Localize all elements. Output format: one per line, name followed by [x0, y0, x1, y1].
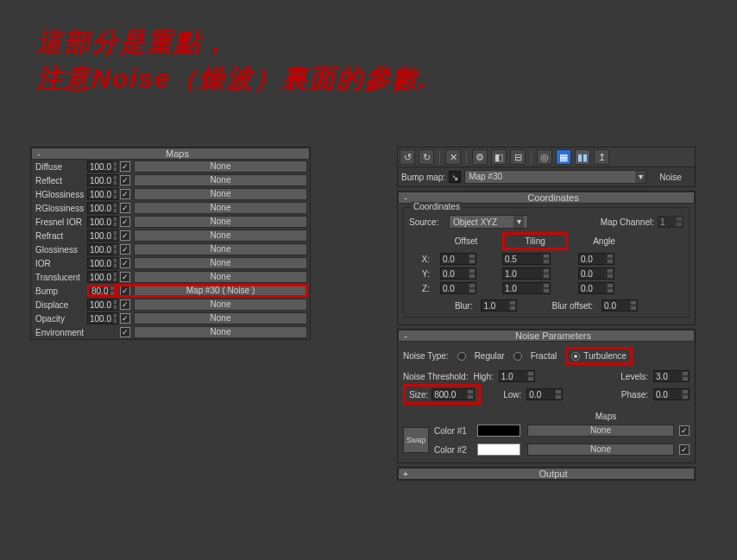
enable-checkbox[interactable]: ✓	[120, 161, 130, 172]
map-slot-button[interactable]: None	[134, 243, 307, 255]
map-channel-spinner[interactable]: 1	[658, 216, 683, 228]
enable-checkbox[interactable]: ✓	[120, 258, 130, 268]
map-slot-button[interactable]: None	[134, 271, 307, 283]
map-slot-button[interactable]: None	[134, 188, 307, 200]
turbulence-radio[interactable]	[571, 352, 580, 361]
rollout-collapse-icon: -	[399, 330, 413, 341]
coordinates-rollout: - Coordinates Coordinates Source: Object…	[397, 191, 696, 325]
amount-spinner[interactable]: 100.0	[87, 312, 118, 324]
map-slot-button[interactable]: Map #30 ( Noise )	[134, 285, 307, 297]
link-icon[interactable]: ◎	[537, 149, 552, 165]
noise-threshold-label: Noise Threshold:	[403, 372, 468, 381]
high-label: High:	[473, 372, 493, 381]
offset-header: Offset	[440, 236, 492, 246]
levels-spinner[interactable]: 3.0	[653, 370, 690, 382]
amount-spinner[interactable]: 100.0	[87, 257, 118, 269]
map-row-fresnel-ior: Fresnel IOR100.0✓None	[31, 215, 310, 229]
amount-spinner[interactable]: 100.0	[87, 243, 118, 255]
x-tiling-spinner[interactable]: 0.5	[502, 253, 551, 265]
z-offset-spinner[interactable]: 0.0	[440, 282, 476, 294]
fractal-radio[interactable]	[513, 352, 522, 361]
map-label: Refract	[34, 231, 85, 241]
color2-map-enable-checkbox[interactable]: ✓	[679, 444, 690, 455]
y-offset-spinner[interactable]: 0.0	[440, 267, 476, 280]
amount-spinner[interactable]: 100.0	[87, 271, 118, 283]
swap-button[interactable]: Swap	[403, 427, 429, 453]
enable-checkbox[interactable]: ✓	[120, 189, 130, 199]
delete-icon[interactable]: ✕	[445, 149, 461, 165]
noise-parameters-header[interactable]: - Noise Parameters	[398, 330, 695, 342]
chevron-down-icon: ▾	[513, 216, 524, 228]
output-rollout: + Output	[397, 467, 696, 481]
map-slot-button[interactable]: None	[134, 299, 307, 311]
color2-swatch[interactable]	[477, 444, 520, 456]
size-spinner[interactable]: 800.0	[431, 388, 475, 400]
map-slot-button[interactable]: None	[134, 326, 307, 338]
z-angle-spinner[interactable]: 0.0	[578, 282, 614, 294]
amount-spinner[interactable]: 100.0	[87, 160, 118, 173]
noise-type-label: Noise Type:	[403, 351, 449, 361]
output-header[interactable]: + Output	[398, 468, 695, 480]
map-row-ior: IOR100.0✓None	[31, 256, 310, 270]
amount-spinner[interactable]: 100.0	[87, 216, 118, 228]
enable-checkbox[interactable]: ✓	[120, 313, 130, 324]
blur-offset-spinner[interactable]: 0.0	[602, 299, 638, 311]
forward-icon[interactable]: ↻	[419, 149, 434, 165]
phase-spinner[interactable]: 0.0	[653, 388, 690, 400]
y-angle-spinner[interactable]: 0.0	[578, 267, 614, 280]
amount-spinner[interactable]: 100.0	[87, 299, 118, 311]
enable-checkbox[interactable]: ✓	[120, 217, 130, 227]
slot-icon[interactable]: ◧	[491, 149, 507, 165]
high-spinner[interactable]: 1.0	[499, 370, 535, 382]
map-slot-button[interactable]: None	[134, 160, 307, 173]
regular-radio[interactable]	[457, 352, 466, 361]
amount-spinner[interactable]: 80.0	[87, 285, 118, 297]
enable-checkbox[interactable]: ✓	[120, 272, 130, 282]
noise-parameters-rollout: - Noise Parameters Noise Type: Regular F…	[397, 329, 696, 463]
options-icon[interactable]: ⚙	[472, 149, 488, 165]
x-offset-spinner[interactable]: 0.0	[440, 253, 476, 265]
angle-header: Angle	[578, 236, 630, 246]
turbulence-label: Turbulence	[583, 351, 627, 361]
enable-checkbox[interactable]: ✓	[120, 230, 130, 241]
source-dropdown[interactable]: Object XYZ ▾	[449, 215, 528, 229]
map-slot-button[interactable]: None	[134, 312, 307, 324]
map-slot-button[interactable]: None	[134, 174, 307, 186]
blur-spinner[interactable]: 1.0	[481, 299, 517, 311]
amount-spinner[interactable]: 100.0	[87, 174, 118, 186]
bump-map-label: Bump map:	[401, 173, 445, 182]
map-slot-button[interactable]: None	[134, 202, 307, 214]
enable-checkbox[interactable]: ✓	[120, 299, 130, 310]
amount-spinner[interactable]: 100.0	[87, 202, 118, 214]
map-slot-button[interactable]: None	[134, 257, 307, 269]
low-spinner[interactable]: 0.0	[526, 388, 563, 400]
show-map-icon[interactable]: ▦	[556, 149, 571, 165]
color1-map-enable-checkbox[interactable]: ✓	[679, 425, 690, 436]
maps-rollout-header[interactable]: - Maps	[31, 148, 310, 160]
y-tiling-spinner[interactable]: 1.0	[502, 267, 551, 280]
amount-spinner[interactable]: 100.0	[87, 230, 118, 242]
map-slot-button[interactable]: None	[134, 230, 307, 242]
pick-parent-icon[interactable]: ↺	[400, 149, 415, 165]
map-name-field[interactable]: Map #30 ▾	[464, 170, 646, 184]
color1-map-slot[interactable]: None	[527, 425, 674, 437]
enable-checkbox[interactable]: ✓	[120, 203, 130, 213]
pin-icon[interactable]: ⊟	[510, 149, 526, 165]
enable-checkbox[interactable]: ✓	[120, 327, 130, 337]
size-label: Size:	[409, 390, 428, 400]
view-split-icon[interactable]: ▮▮	[575, 149, 590, 165]
enable-checkbox[interactable]: ✓	[120, 175, 130, 186]
enable-checkbox[interactable]: ✓	[120, 244, 130, 255]
z-tiling-spinner[interactable]: 1.0	[502, 282, 551, 294]
color2-map-slot[interactable]: None	[527, 444, 674, 456]
color1-swatch[interactable]	[477, 425, 520, 437]
enable-checkbox[interactable]: ✓	[120, 286, 130, 296]
amount-spinner[interactable]: 100.0	[87, 188, 118, 200]
map-label: Glossiness	[34, 245, 85, 255]
map-slot-button[interactable]: None	[134, 216, 307, 228]
x-angle-spinner[interactable]: 0.0	[578, 253, 614, 265]
eyedropper-icon[interactable]: ↘	[449, 171, 461, 183]
map-label: Opacity	[34, 314, 85, 324]
go-parent-icon[interactable]: ↥	[594, 149, 609, 165]
color1-label: Color #1	[434, 426, 472, 436]
